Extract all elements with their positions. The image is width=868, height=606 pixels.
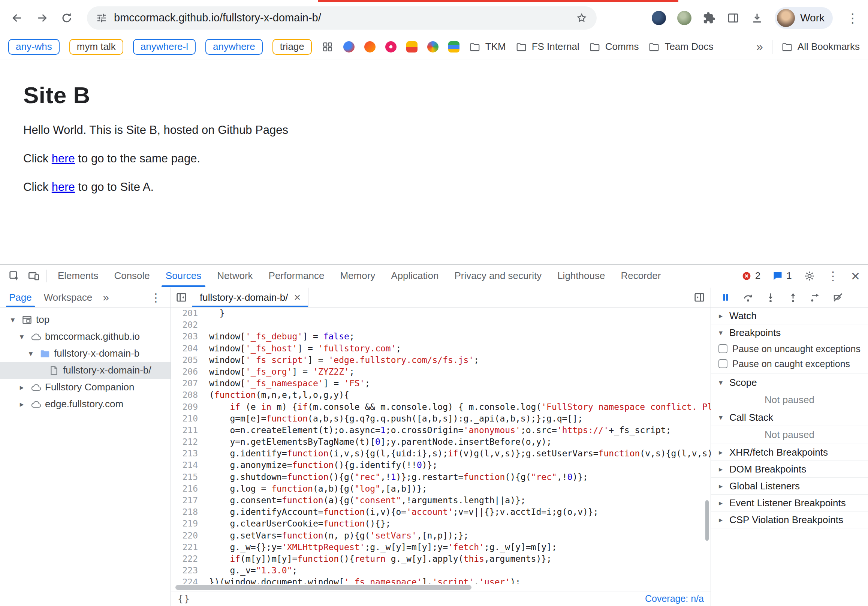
line-number[interactable]: 208 bbox=[171, 389, 198, 401]
navigator-menu-icon[interactable]: ⋮ bbox=[144, 291, 167, 304]
devtools-tab-recorder[interactable]: Recorder bbox=[613, 265, 669, 287]
bookmark-group-mym-talk[interactable]: mym talk bbox=[69, 39, 123, 55]
code-line[interactable]: g._w={};y='XMLHttpRequest';g._w[y]=m[y];… bbox=[209, 541, 711, 553]
code-line[interactable]: g.anonymize=function(){g.identify(!!0)}; bbox=[209, 459, 711, 471]
breakpoint-option-pause-on-uncaught-exceptions[interactable]: Pause on uncaught exceptions bbox=[711, 341, 868, 356]
line-number[interactable]: 204 bbox=[171, 343, 198, 354]
section-global-listeners[interactable]: ▸Global Listeners bbox=[711, 478, 868, 495]
code-line[interactable]: g.clearUserCookie=function(){}; bbox=[209, 518, 711, 530]
back-button[interactable] bbox=[7, 8, 28, 28]
line-number[interactable]: 220 bbox=[171, 530, 198, 541]
line-number[interactable]: 217 bbox=[171, 495, 198, 506]
line-number[interactable]: 206 bbox=[171, 366, 198, 378]
tree-item-fullstory-x-domain-b[interactable]: ▾fullstory-x-domain-b bbox=[0, 345, 170, 362]
devtools-tab-performance[interactable]: Performance bbox=[261, 265, 332, 287]
file-tab[interactable]: fullstory-x-domain-b/ × bbox=[192, 287, 308, 307]
devtools-menu-icon[interactable]: ⋮ bbox=[827, 269, 839, 283]
reload-button[interactable] bbox=[56, 8, 77, 28]
navigator-overflow-icon[interactable]: » bbox=[98, 291, 113, 304]
bookmark-group-anywhere[interactable]: anywhere bbox=[205, 39, 263, 55]
coverage-link[interactable]: Coverage: n/a bbox=[645, 593, 704, 604]
tree-item-fullstory-x-domain-b[interactable]: fullstory-x-domain-b/ bbox=[0, 362, 170, 379]
expanded-arrow-icon[interactable]: ▾ bbox=[8, 315, 18, 325]
side-panel-icon[interactable] bbox=[727, 12, 739, 24]
section-csp-violation-breakpoints[interactable]: ▸CSP Violation Breakpoints bbox=[711, 511, 868, 528]
bookmark-group-triage[interactable]: triage bbox=[273, 39, 312, 55]
bookmark-favicon[interactable] bbox=[406, 41, 417, 53]
line-number[interactable]: 203 bbox=[171, 331, 198, 342]
bookmark-favicon[interactable] bbox=[343, 41, 355, 53]
code-line[interactable]: g.consent=function(a){g("consent",!argum… bbox=[209, 495, 711, 506]
navigator-tab-workspace[interactable]: Workspace bbox=[38, 287, 99, 307]
bookmark-favicon[interactable] bbox=[448, 41, 459, 53]
tree-item-fullstory-companion[interactable]: ▸Fullstory Companion bbox=[0, 379, 170, 396]
navigator-tab-page[interactable]: Page bbox=[3, 287, 38, 307]
section-event-listener-breakpoints[interactable]: ▸Event Listener Breakpoints bbox=[711, 495, 868, 511]
code-line[interactable]: window['_fs_namespace'] = 'FS'; bbox=[209, 378, 711, 389]
breakpoint-option-pause-on-caught-exceptions[interactable]: Pause on caught exceptions bbox=[711, 356, 868, 371]
scrollbar-thumb[interactable] bbox=[175, 585, 471, 590]
line-number[interactable]: 211 bbox=[171, 424, 198, 436]
devtools-tab-privacy-and-security[interactable]: Privacy and security bbox=[447, 265, 550, 287]
bookmark-folder-team-docs[interactable]: Team Docs bbox=[648, 41, 713, 53]
line-number[interactable]: 210 bbox=[171, 413, 198, 424]
line-number[interactable]: 201 bbox=[171, 308, 198, 319]
pretty-print-icon[interactable]: {} bbox=[178, 593, 191, 604]
line-number[interactable]: 219 bbox=[171, 518, 198, 530]
line-number[interactable]: 215 bbox=[171, 471, 198, 483]
code-line[interactable]: window['_fs_org'] = 'ZYZ2Z'; bbox=[209, 366, 711, 378]
close-tab-icon[interactable]: × bbox=[294, 292, 301, 303]
code-line[interactable]: g._v="1.3.0"; bbox=[209, 565, 711, 576]
vertical-scrollbar[interactable] bbox=[705, 500, 709, 541]
all-bookmarks[interactable]: All Bookmarks bbox=[781, 41, 860, 53]
address-bar[interactable]: bmccormack.github.io/fullstory-x-domain-… bbox=[87, 6, 597, 30]
issues-badge[interactable]: 1 bbox=[772, 270, 792, 281]
devtools-tab-memory[interactable]: Memory bbox=[332, 265, 383, 287]
code-line[interactable]: } bbox=[209, 308, 711, 319]
profile-chip[interactable]: Work bbox=[775, 7, 833, 29]
code-line[interactable]: g=m[e]=function(a,b,s){g.q?g.q.push([a,b… bbox=[209, 413, 711, 424]
pause-script-button[interactable] bbox=[720, 292, 731, 303]
line-number[interactable]: 216 bbox=[171, 483, 198, 495]
device-toolbar-button[interactable] bbox=[24, 267, 43, 284]
section-call-stack[interactable]: ▾Call Stack bbox=[711, 409, 868, 426]
site-a-link[interactable]: here bbox=[52, 180, 75, 194]
code-line[interactable]: y=n.getElementsByTagName(t)[0];y.parentN… bbox=[209, 436, 711, 448]
downloads-icon[interactable] bbox=[751, 12, 763, 24]
code-line[interactable]: })(window,document,window['_fs_namespace… bbox=[209, 576, 711, 584]
devtools-tab-elements[interactable]: Elements bbox=[50, 265, 106, 287]
browser-menu-icon[interactable]: ⋮ bbox=[844, 11, 861, 25]
code-line[interactable] bbox=[209, 319, 711, 331]
section-dom-breakpoints[interactable]: ▸DOM Breakpoints bbox=[711, 461, 868, 478]
code-line[interactable]: if (e in m) {if(m.console && m.console.l… bbox=[209, 401, 711, 413]
bookmark-folder-comms[interactable]: Comms bbox=[589, 41, 639, 53]
toggle-navigator-icon[interactable] bbox=[171, 291, 192, 303]
settings-gear-icon[interactable] bbox=[804, 270, 815, 281]
line-number[interactable]: 213 bbox=[171, 448, 198, 459]
line-number[interactable]: 214 bbox=[171, 459, 198, 471]
extensions-puzzle-icon[interactable] bbox=[703, 12, 716, 24]
code-line[interactable]: window['_fs_host'] = 'fullstory.com'; bbox=[209, 343, 711, 354]
code-line[interactable]: g.identify=function(i,v,s){g(l,{uid:i},s… bbox=[209, 448, 711, 459]
url-text[interactable]: bmccormack.github.io/fullstory-x-domain-… bbox=[114, 12, 569, 24]
tree-item-bmccormack-github-io[interactable]: ▾bmccormack.github.io bbox=[0, 328, 170, 345]
bookmark-star-icon[interactable] bbox=[576, 12, 587, 24]
code-line[interactable]: if(m[y])m[y]=function(){return g._w[y].a… bbox=[209, 553, 711, 565]
code-line[interactable]: (function(m,n,e,t,l,o,g,y){ bbox=[209, 389, 711, 401]
code-line[interactable]: window['_fs_script'] = 'edge.fullstory.c… bbox=[209, 354, 711, 366]
bookmark-folder-fs-internal[interactable]: FS Internal bbox=[516, 41, 580, 53]
inspect-element-button[interactable] bbox=[5, 267, 24, 284]
devtools-tab-console[interactable]: Console bbox=[106, 265, 157, 287]
step-over-button[interactable] bbox=[742, 292, 754, 303]
tree-item-edge-fullstory-com[interactable]: ▸edge.fullstory.com bbox=[0, 396, 170, 412]
same-page-link[interactable]: here bbox=[52, 152, 75, 165]
close-devtools-icon[interactable]: × bbox=[851, 269, 860, 283]
extension-icon[interactable] bbox=[677, 11, 691, 25]
devtools-tab-sources[interactable]: Sources bbox=[158, 265, 209, 287]
tree-item-top[interactable]: ▾top bbox=[0, 311, 170, 328]
devtools-tab-application[interactable]: Application bbox=[383, 265, 446, 287]
bookmark-favicon[interactable] bbox=[364, 41, 375, 53]
forward-button[interactable] bbox=[31, 8, 53, 28]
toggle-sidebar-icon[interactable] bbox=[693, 291, 705, 303]
deactivate-breakpoints-button[interactable] bbox=[832, 292, 844, 303]
